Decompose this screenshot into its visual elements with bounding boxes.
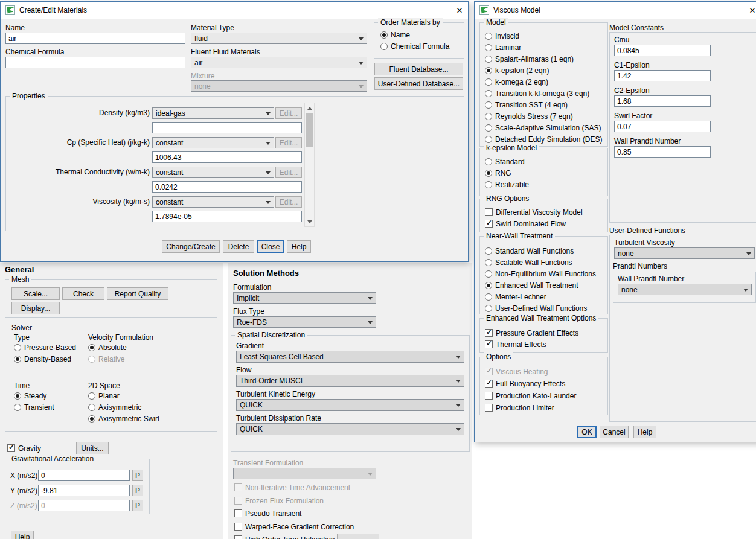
model-reynolds-stress[interactable]: Reynolds Stress (7 eqn) xyxy=(485,112,573,121)
differential-viscosity-checkbox[interactable]: Differential Viscosity Model xyxy=(485,208,583,217)
mixture-combo[interactable]: none xyxy=(191,80,367,92)
cmu-input[interactable] xyxy=(614,45,711,56)
check-button[interactable]: Check xyxy=(62,287,104,300)
solver-type-density-based[interactable]: Density-Based xyxy=(14,354,71,363)
wall-prandtl-number-input[interactable] xyxy=(614,146,711,158)
nw-scalable-wall-functions[interactable]: Scalable Wall Functions xyxy=(485,258,572,267)
density-value-input[interactable] xyxy=(152,122,302,133)
viscous-heating-checkbox[interactable]: Viscous Heating xyxy=(485,367,548,376)
scroll-thumb[interactable] xyxy=(306,113,313,147)
cancel-button[interactable]: Cancel xyxy=(600,426,629,438)
space-axisymmetric-swirl[interactable]: Axisymmetric Swirl xyxy=(88,414,159,423)
change-create-button[interactable]: Change/Create xyxy=(162,240,220,253)
units-button[interactable]: Units... xyxy=(76,442,109,454)
x-accel-input[interactable] xyxy=(38,470,130,481)
model-transition-sst[interactable]: Transition SST (4 eqn) xyxy=(485,100,568,109)
order-by-name[interactable]: Name xyxy=(380,30,410,39)
flow-combo[interactable]: Third-Order MUSCL xyxy=(236,375,464,387)
production-kato-launder-checkbox[interactable]: Production Kato-Launder xyxy=(485,391,576,400)
fluent-database-button[interactable]: Fluent Database... xyxy=(374,63,463,75)
nw-user-defined-wall-functions[interactable]: User-Defined Wall Functions xyxy=(485,304,587,313)
nw-standard-wall-functions[interactable]: Standard Wall Functions xyxy=(485,246,574,255)
fluent-fluid-materials-combo[interactable]: air xyxy=(191,57,367,68)
display-button[interactable]: Display... xyxy=(11,302,60,314)
warped-face-gradient-correction-checkbox[interactable]: Warped-Face Gradient Correction xyxy=(234,522,354,531)
turbulent-kinetic-energy-combo[interactable]: QUICK xyxy=(236,399,464,411)
gravity-checkbox[interactable]: Gravity xyxy=(7,444,41,453)
scale-button[interactable]: Scale... xyxy=(11,287,60,300)
ke-rng[interactable]: RNG xyxy=(485,168,511,177)
model-k-epsilon[interactable]: k-epsilon (2 eqn) xyxy=(485,66,549,75)
close-button[interactable]: Close xyxy=(257,240,284,253)
viscosity-combo[interactable]: constant xyxy=(152,196,274,208)
swirl-dominated-flow-checkbox[interactable]: Swirl Dominated Flow xyxy=(485,219,566,228)
frozen-flux-formulation-checkbox[interactable]: Frozen Flux Formulation xyxy=(234,496,324,505)
space-axisymmetric[interactable]: Axisymmetric xyxy=(88,403,141,412)
c1-epsilon-input[interactable] xyxy=(614,70,711,81)
pressure-gradient-effects-checkbox[interactable]: Pressure Gradient Effects xyxy=(485,328,578,337)
x-accel-p-button[interactable]: P xyxy=(132,470,143,481)
udf-wall-prandtl-combo[interactable]: none xyxy=(618,284,752,295)
model-spalart-allmaras[interactable]: Spalart-Allmaras (1 eqn) xyxy=(485,54,574,63)
viscous-close-icon[interactable]: ✕ xyxy=(743,2,756,19)
order-by-chemical-formula[interactable]: Chemical Formula xyxy=(380,42,449,51)
cp-edit-button[interactable]: Edit... xyxy=(275,137,302,148)
scroll-down-button[interactable] xyxy=(305,217,314,226)
density-combo[interactable]: ideal-gas xyxy=(152,107,274,119)
high-order-options-button[interactable] xyxy=(337,534,379,539)
model-laminar[interactable]: Laminar xyxy=(485,43,521,52)
viscosity-value-input[interactable] xyxy=(152,211,302,222)
density-edit-button[interactable]: Edit... xyxy=(275,107,302,119)
y-accel-input[interactable] xyxy=(38,485,130,496)
flux-type-combo[interactable]: Roe-FDS xyxy=(233,316,376,328)
scroll-up-button[interactable] xyxy=(305,103,314,112)
solver-type-pressure-based[interactable]: Pressure-Based xyxy=(14,343,76,352)
ke-realizable[interactable]: Realizable xyxy=(485,180,529,189)
velocity-relative[interactable]: Relative xyxy=(88,354,124,363)
pseudo-transient-checkbox[interactable]: Pseudo Transient xyxy=(234,509,301,518)
thermal-effects-checkbox[interactable]: Thermal Effects xyxy=(485,340,546,349)
materials-close-icon[interactable]: ✕ xyxy=(450,2,469,19)
materials-titlebar[interactable]: Create/Edit Materials xyxy=(1,2,468,19)
time-steady[interactable]: Steady xyxy=(14,391,46,400)
general-help-button[interactable]: Help xyxy=(11,531,34,539)
formulation-combo[interactable]: Implicit xyxy=(233,292,376,304)
nw-enhanced-wall-treatment[interactable]: Enhanced Wall Treatment xyxy=(485,281,578,290)
model-inviscid[interactable]: Inviscid xyxy=(485,31,519,40)
swirl-factor-input[interactable] xyxy=(614,121,711,132)
chemical-formula-input[interactable] xyxy=(5,57,185,68)
viscosity-edit-button[interactable]: Edit... xyxy=(275,196,302,208)
delete-button[interactable]: Delete xyxy=(223,240,254,253)
time-transient[interactable]: Transient xyxy=(14,403,54,412)
user-defined-database-button[interactable]: User-Defined Database... xyxy=(374,77,463,90)
gradient-combo[interactable]: Least Squares Cell Based xyxy=(236,351,464,363)
model-k-omega[interactable]: k-omega (2 eqn) xyxy=(485,77,548,86)
turbulent-viscosity-combo[interactable]: none xyxy=(614,247,755,259)
y-accel-p-button[interactable]: P xyxy=(132,485,143,496)
name-input[interactable] xyxy=(5,33,185,44)
model-des[interactable]: Detached Eddy Simulation (DES) xyxy=(485,135,602,144)
c2-epsilon-input[interactable] xyxy=(614,95,711,107)
cp-value-input[interactable] xyxy=(152,151,302,163)
non-iterative-time-advancement-checkbox[interactable]: Non-Iterative Time Advancement xyxy=(234,483,350,492)
cp-combo[interactable]: constant xyxy=(152,137,274,148)
thermal-conductivity-value-input[interactable] xyxy=(152,181,302,193)
nw-non-equilibrium-wall-functions[interactable]: Non-Equilibrium Wall Functions xyxy=(485,269,596,278)
high-order-term-relaxation-checkbox[interactable]: High Order Term Relaxation xyxy=(234,535,335,539)
viscous-help-button[interactable]: Help xyxy=(633,426,656,438)
model-transition-k-kl-omega[interactable]: Transition k-kl-omega (3 eqn) xyxy=(485,89,589,98)
turbulent-dissipation-rate-combo[interactable]: QUICK xyxy=(236,423,464,435)
space-planar[interactable]: Planar xyxy=(88,391,120,400)
report-quality-button[interactable]: Report Quality xyxy=(107,287,168,300)
z-accel-p-button[interactable]: P xyxy=(132,500,143,511)
model-sas[interactable]: Scale-Adaptive Simulation (SAS) xyxy=(485,123,601,132)
ke-standard[interactable]: Standard xyxy=(485,157,525,166)
materials-help-button[interactable]: Help xyxy=(287,240,311,253)
material-type-combo[interactable]: fluid xyxy=(191,33,367,44)
viscous-titlebar[interactable]: Viscous Model xyxy=(475,2,756,19)
z-accel-input[interactable] xyxy=(38,500,130,511)
production-limiter-checkbox[interactable]: Production Limiter xyxy=(485,403,554,412)
full-buoyancy-effects-checkbox[interactable]: Full Buoyancy Effects xyxy=(485,379,565,388)
properties-scrollbar[interactable] xyxy=(304,103,315,227)
thermal-conductivity-edit-button[interactable]: Edit... xyxy=(275,167,302,178)
